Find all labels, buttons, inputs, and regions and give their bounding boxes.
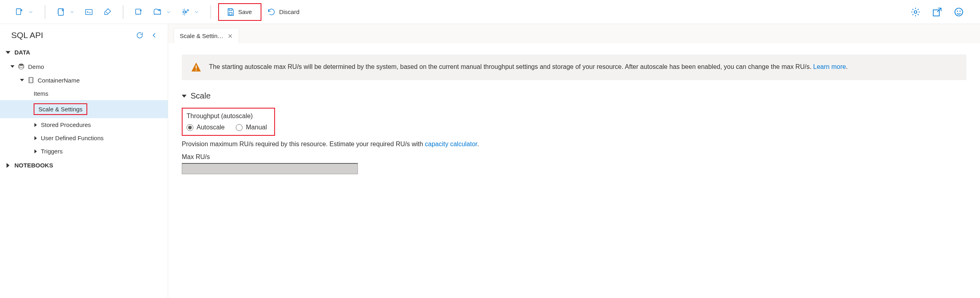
svg-rect-16 [30,77,33,83]
autoscale-alert: The starting autoscale max RU/s will be … [182,54,966,80]
sidebar-header: SQL API [0,24,168,45]
svg-rect-15 [29,77,32,83]
new-item-button[interactable] [131,5,147,19]
throughput-label: Throughput (autoscale) [187,113,267,120]
svg-point-14 [18,66,24,68]
radio-manual[interactable]: Manual [236,124,267,131]
open-folder-button[interactable] [149,5,175,19]
svg-point-11 [960,11,960,11]
alert-period: . [846,63,847,70]
svg-rect-18 [196,70,197,70]
close-icon[interactable] [227,33,233,39]
scale-settings-highlight: Scale & Settings [34,103,87,115]
tree-item-triggers-label: Triggers [41,148,62,155]
panel: The starting autoscale max RU/s will be … [168,43,980,298]
tree-item-items[interactable]: Items [0,87,168,100]
refresh-icon[interactable] [136,31,144,39]
svg-rect-0 [16,8,21,14]
scale-section-header[interactable]: Scale [182,91,966,101]
throughput-radio-group: Autoscale Manual [187,124,267,131]
provision-description: Provision maximum RU/s required by this … [182,141,966,148]
collapse-panel-icon[interactable] [150,31,158,39]
clear-button[interactable] [99,5,116,19]
tab-scale-settings[interactable]: Scale & Settin… [174,28,239,43]
toolbar-separator [45,5,45,19]
tabstrip: Scale & Settin… [168,24,980,43]
max-rus-input[interactable] [182,163,358,174]
database-node[interactable]: Demo [0,60,168,73]
save-button[interactable]: Save [222,5,256,19]
database-icon [18,63,25,70]
tree-item-udf[interactable]: User Defined Functions [0,131,168,145]
alert-body: The starting autoscale max RU/s will be … [209,63,813,70]
sidebar: SQL API DATA Demo ContainerName Items [0,24,168,298]
toolbar-separator [211,5,211,19]
svg-rect-6 [229,12,232,14]
tree-item-scale-settings[interactable]: Scale & Settings [0,100,168,118]
toolbar-separator [123,5,123,19]
tree-item-scale-settings-label: Scale & Settings [38,106,82,113]
provision-desc-1: Provision maximum RU/s required by this … [182,141,425,147]
tree-item-stored-procedures-label: Stored Procedures [41,121,91,128]
section-notebooks-label: NOTEBOOKS [14,162,53,169]
resource-tree: DATA Demo ContainerName Items Scale & Se… [0,45,168,173]
provision-desc-2: . [477,141,479,147]
new-notebook-button[interactable] [52,5,79,19]
terminal-button[interactable] [80,5,97,19]
svg-point-9 [955,8,963,16]
container-label: ContainerName [38,77,80,84]
section-notebooks[interactable]: NOTEBOOKS [0,158,168,173]
new-sql-query-button[interactable] [11,5,38,19]
warning-icon [191,62,202,73]
popout-icon[interactable] [932,7,942,17]
svg-rect-2 [86,9,92,14]
scale-section-label: Scale [191,91,211,101]
tree-item-stored-procedures[interactable]: Stored Procedures [0,118,168,131]
feedback-smile-icon[interactable] [954,7,964,17]
container-node[interactable]: ContainerName [0,73,168,87]
svg-point-10 [957,11,958,11]
tab-scale-settings-label: Scale & Settin… [180,32,223,39]
radio-button-icon [187,124,193,131]
radio-manual-label: Manual [246,124,267,131]
sidebar-title: SQL API [11,30,129,40]
content: Scale & Settin… The starting autoscale m… [168,24,980,298]
capacity-calculator-link[interactable]: capacity calculator [425,141,477,147]
tree-item-triggers[interactable]: Triggers [0,145,168,158]
svg-point-7 [914,10,917,13]
toolbar: Save Discard [0,0,980,24]
save-label: Save [238,8,252,15]
radio-autoscale[interactable]: Autoscale [187,124,225,131]
section-data[interactable]: DATA [0,45,168,60]
gear-icon[interactable] [910,7,921,17]
section-data-label: DATA [14,49,30,56]
learn-more-link[interactable]: Learn more [813,63,846,70]
radio-button-icon [236,124,243,131]
max-rus-label: Max RU/s [182,153,966,161]
discard-label: Discard [279,8,299,15]
tree-item-udf-label: User Defined Functions [41,135,104,141]
settings-button[interactable] [177,5,203,19]
svg-point-4 [183,11,186,13]
throughput-highlight: Throughput (autoscale) Autoscale Manual [182,108,275,136]
discard-button[interactable]: Discard [263,5,303,19]
database-label: Demo [28,63,44,70]
svg-point-12 [19,64,24,66]
svg-rect-5 [229,8,232,10]
alert-text: The starting autoscale max RU/s will be … [209,62,848,73]
svg-rect-17 [196,65,197,68]
tree-item-items-label: Items [34,90,48,97]
save-button-highlight: Save [218,3,261,21]
container-icon [27,77,34,84]
svg-rect-3 [136,9,141,14]
radio-autoscale-label: Autoscale [197,124,225,131]
